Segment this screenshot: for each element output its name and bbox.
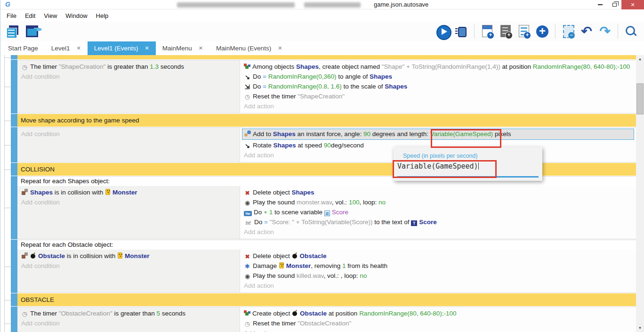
tab-close-icon[interactable]: ✕ bbox=[278, 45, 282, 51]
text-segment: deg/second bbox=[331, 142, 364, 149]
text-segment: Score bbox=[332, 209, 348, 216]
restore-button[interactable] bbox=[607, 0, 621, 9]
minimize-button[interactable] bbox=[593, 0, 607, 9]
delete-event-icon[interactable] bbox=[561, 24, 576, 39]
condition-row[interactable]: Shapes is in collision with Monster bbox=[21, 187, 236, 197]
action-row[interactable]: txtDo = "Score: " + ToString(Variable(Sc… bbox=[244, 217, 632, 227]
text-segment: "ObstacleCreation" bbox=[59, 310, 113, 317]
text-segment: Rotate bbox=[253, 142, 274, 149]
menu-bar: FileEditViewWindowHelp bbox=[0, 10, 644, 21]
add-subevent-icon[interactable] bbox=[498, 24, 513, 39]
menu-window[interactable]: Window bbox=[61, 11, 91, 20]
action-row[interactable]: ↘Do = RandomInRange(0,360) to angle of S… bbox=[244, 72, 632, 81]
text-segment: "ShapeCreation" bbox=[59, 63, 106, 70]
conditions-column: Add condition bbox=[17, 128, 240, 162]
collision-icon bbox=[21, 189, 28, 195]
angle-icon: ↘ bbox=[244, 143, 251, 149]
text-segment: Score bbox=[419, 219, 437, 226]
action-row[interactable]: ✖Delete object Shapes bbox=[244, 187, 632, 197]
vertical-scrollbar[interactable]: ▲ ▼ bbox=[636, 55, 644, 332]
action-row[interactable]: ◉Play the sound monster.wav, vol.: 100, … bbox=[244, 197, 632, 207]
tab-level1-events-[interactable]: Level1 (Events)✕ bbox=[88, 41, 156, 55]
text-segment: at position bbox=[327, 310, 359, 317]
actions-column: ✖Delete object Shapes◉Play the sound mon… bbox=[240, 186, 636, 239]
undo-icon[interactable]: ↶ bbox=[579, 24, 594, 39]
toolbar-separator bbox=[555, 24, 555, 39]
tab-label: Level1 (Events) bbox=[94, 45, 138, 52]
action-row[interactable]: ✖Delete object Obstacle bbox=[244, 251, 632, 261]
timer-icon: ◷ bbox=[244, 94, 251, 100]
condition-row[interactable]: Obstacle is in collision with Monster bbox=[21, 251, 236, 261]
event-block: ◷The timer "ObstacleCreation" is greater… bbox=[11, 307, 636, 332]
scrollbar-thumb[interactable] bbox=[636, 83, 644, 114]
add-condition-link[interactable]: Add condition bbox=[21, 197, 236, 207]
play-icon[interactable] bbox=[435, 24, 451, 39]
timer-icon: ◷ bbox=[21, 64, 28, 70]
event-block: Repeat for each Obstacle object:Obstacle… bbox=[11, 240, 636, 293]
comment-text[interactable]: OBSTACLE bbox=[17, 293, 636, 306]
text-segment: Do bbox=[254, 209, 264, 216]
action-row[interactable]: ◉Play the sound killed.wav, vol.: , loop… bbox=[244, 271, 632, 281]
debug-icon[interactable] bbox=[454, 24, 469, 39]
add-circle-icon[interactable] bbox=[535, 24, 550, 39]
text-segment: Reset the timer bbox=[253, 93, 298, 100]
add-condition-link[interactable]: Add condition bbox=[21, 318, 236, 328]
sound-icon: ◉ bbox=[244, 273, 251, 279]
text-segment: Shapes bbox=[30, 189, 53, 196]
add-condition-link[interactable]: Add condition bbox=[21, 72, 236, 81]
action-row[interactable]: ◷Reset the timer "ObstacleCreation" bbox=[244, 318, 632, 328]
comment-text[interactable]: Move shape according to the game speed bbox=[17, 114, 636, 127]
tab-close-icon[interactable]: ✕ bbox=[77, 45, 81, 51]
for-each-header: Repeat for each Shapes object: bbox=[17, 177, 636, 186]
scroll-down-icon[interactable]: ▼ bbox=[636, 324, 644, 332]
action-row[interactable]: VarDo + 1 to scene variable ▦Score bbox=[244, 207, 632, 217]
add-condition-link[interactable]: Add condition bbox=[21, 261, 236, 271]
menu-help[interactable]: Help bbox=[92, 11, 113, 20]
add-condition-link[interactable]: Add condition bbox=[21, 129, 236, 139]
text-segment: Damage bbox=[253, 262, 279, 269]
tab-close-icon[interactable]: ✕ bbox=[199, 45, 203, 51]
scroll-up-icon[interactable]: ▲ bbox=[636, 55, 644, 63]
text-segment: to angle of bbox=[337, 73, 370, 80]
action-row[interactable]: ⇲Do = RandomInRange(0.8, 1.6) to the sca… bbox=[244, 81, 632, 91]
text-segment: = bbox=[264, 219, 270, 226]
action-row[interactable]: ✱Damage Monster, removing 1 from its hea… bbox=[244, 261, 632, 271]
scene-var-icon: ▦ bbox=[324, 211, 330, 216]
comment-text[interactable]: COLLISION bbox=[17, 163, 636, 176]
add-action-link[interactable]: Add action bbox=[244, 227, 632, 237]
tab-mainmenu-events-[interactable]: MainMenu (Events)✕ bbox=[209, 41, 289, 55]
text-segment: is in collision with bbox=[65, 252, 117, 259]
tab-mainmenu[interactable]: MainMenu✕ bbox=[156, 41, 209, 55]
text-segment: to the scale of bbox=[342, 83, 385, 90]
annotation-rect-input bbox=[393, 160, 497, 178]
text-segment: monster.wav bbox=[297, 199, 332, 206]
text-segment: 1.3 bbox=[150, 63, 159, 70]
text-segment: 100 bbox=[349, 199, 360, 206]
action-row[interactable]: Create object Obstacle at position Rando… bbox=[244, 308, 632, 318]
add-comment-icon[interactable] bbox=[516, 24, 531, 39]
add-action-link[interactable]: Add action bbox=[244, 101, 632, 111]
close-button[interactable]: ✕ bbox=[621, 0, 644, 9]
action-row[interactable]: Among objects Shapes, create object name… bbox=[244, 62, 632, 72]
menu-edit[interactable]: Edit bbox=[21, 11, 40, 20]
pages-icon[interactable] bbox=[5, 24, 20, 39]
action-row[interactable]: ◷Reset the timer "ShapeCreation" bbox=[244, 91, 632, 101]
text-segment: RandomInRange(80, 640-80);-100 bbox=[533, 63, 630, 70]
add-action-link[interactable]: Add action bbox=[244, 281, 632, 291]
window-icon[interactable] bbox=[24, 24, 39, 39]
tab-close-icon[interactable]: ✕ bbox=[145, 45, 149, 51]
text-segment: degrees and length: bbox=[370, 130, 430, 138]
add-action-link[interactable]: Add action bbox=[244, 328, 632, 332]
add-event-icon[interactable] bbox=[480, 24, 495, 39]
condition-row[interactable]: ◷The timer "ShapeCreation" is greater th… bbox=[21, 62, 236, 72]
text-segment: Play the sound bbox=[253, 199, 297, 206]
menu-file[interactable]: File bbox=[2, 11, 21, 20]
search-icon[interactable] bbox=[623, 24, 638, 39]
menu-view[interactable]: View bbox=[40, 11, 61, 20]
text-segment: = bbox=[263, 83, 268, 90]
tab-start-page[interactable]: Start Page bbox=[1, 41, 45, 55]
condition-row[interactable]: ◷The timer "ObstacleCreation" is greater… bbox=[21, 308, 236, 318]
text-segment: "Score: " + ToString(Variable(Score)) bbox=[270, 219, 373, 226]
redo-icon[interactable]: ↷ bbox=[597, 24, 612, 39]
tab-level1[interactable]: Level1✕ bbox=[45, 41, 88, 55]
